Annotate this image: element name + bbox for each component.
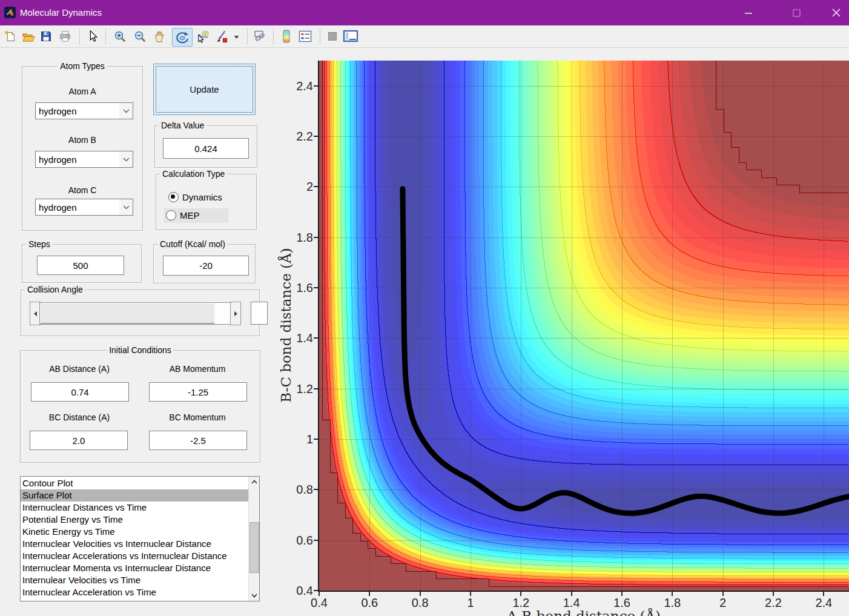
brush-dropdown-button[interactable] bbox=[233, 28, 240, 45]
brush-icon bbox=[215, 30, 229, 44]
minimize-button[interactable] bbox=[735, 0, 762, 25]
tick-mark bbox=[672, 592, 673, 596]
atom-b-dropdown[interactable]: hydrogen bbox=[35, 151, 133, 168]
plot-list-item[interactable]: Internuclear Acceleration vs Time bbox=[21, 586, 250, 598]
panel-title: Delta Value bbox=[159, 121, 206, 130]
window-title: Molecular Dynamics bbox=[20, 0, 102, 25]
x-tick: 1.8 bbox=[664, 596, 681, 610]
new-document-button[interactable] bbox=[2, 28, 19, 45]
y-tick: 2.2 bbox=[277, 130, 313, 144]
atom-a-dropdown[interactable]: hydrogen bbox=[35, 102, 133, 119]
tick-mark bbox=[314, 237, 318, 238]
maximize-button[interactable] bbox=[782, 0, 810, 25]
atom-c-label: Atom C bbox=[22, 185, 142, 195]
tick-mark bbox=[369, 592, 370, 596]
radio-unselected-icon[interactable] bbox=[166, 210, 176, 220]
collision-angle-slider[interactable] bbox=[30, 302, 240, 324]
slider-thumb[interactable] bbox=[39, 302, 216, 325]
pointer-tool-button[interactable] bbox=[84, 28, 101, 45]
collision-angle-panel: Collision Angle bbox=[21, 290, 260, 336]
link-chain-icon bbox=[253, 29, 267, 44]
tick-mark bbox=[314, 590, 318, 591]
panel-title: Steps bbox=[26, 239, 53, 249]
tick-mark bbox=[773, 592, 774, 596]
tick-mark bbox=[319, 592, 320, 596]
plot-list-item[interactable]: Internuclear Momenta vs Time bbox=[21, 598, 250, 601]
bc-distance-label: BC Distance (A) bbox=[31, 412, 128, 422]
link-plots-button[interactable] bbox=[251, 28, 268, 45]
zoom-in-button[interactable] bbox=[111, 28, 128, 45]
panel-title: Collision Angle bbox=[25, 285, 85, 294]
delta-value-field[interactable]: 0.424 bbox=[163, 138, 249, 159]
save-button[interactable] bbox=[38, 28, 55, 45]
bc-distance-field[interactable]: 2.0 bbox=[30, 431, 128, 450]
chevron-down-icon bbox=[234, 30, 239, 43]
plot-list-item[interactable]: Internuclear Accelerations vs Internucle… bbox=[21, 550, 250, 562]
insert-colorbar-button[interactable] bbox=[278, 28, 295, 45]
cutoff-panel: Cutoff (Kcal/ mol) -20 bbox=[153, 244, 256, 283]
ab-distance-field[interactable]: 0.74 bbox=[31, 382, 129, 402]
show-plot-tools-button[interactable] bbox=[342, 28, 359, 45]
ab-distance-label: AB Distance (A) bbox=[31, 364, 128, 374]
tick-mark bbox=[314, 186, 318, 187]
toolbar-separator bbox=[320, 28, 320, 44]
plot-list-item[interactable]: Contour Plot bbox=[21, 477, 250, 489]
cutoff-field[interactable]: -20 bbox=[163, 256, 249, 276]
ab-momentum-field[interactable]: -1.25 bbox=[149, 382, 247, 402]
tick-mark bbox=[314, 439, 318, 440]
chevron-down-icon[interactable] bbox=[119, 151, 133, 167]
hide-plot-tools-icon bbox=[326, 30, 339, 43]
atom-a-value: hydrogen bbox=[39, 103, 77, 119]
plot-list-item[interactable]: Internuclear Distances vs Time bbox=[21, 502, 250, 514]
open-file-button[interactable] bbox=[19, 28, 36, 45]
close-button[interactable] bbox=[823, 0, 849, 25]
scroll-down-button[interactable] bbox=[249, 591, 259, 601]
new-document-icon bbox=[4, 30, 17, 43]
y-tick: 0.4 bbox=[277, 584, 313, 598]
legend-icon bbox=[298, 29, 312, 44]
chevron-down-icon[interactable] bbox=[119, 199, 133, 215]
chevron-down-icon[interactable] bbox=[119, 103, 133, 119]
insert-legend-button[interactable] bbox=[297, 28, 314, 45]
toolbar-separator bbox=[273, 28, 274, 44]
slider-track[interactable] bbox=[214, 302, 231, 325]
x-tick: 0.4 bbox=[311, 596, 328, 610]
update-button[interactable]: Update bbox=[153, 64, 256, 115]
brush-data-button[interactable] bbox=[213, 28, 230, 45]
pes-contour-plot[interactable] bbox=[319, 61, 849, 591]
scroll-up-button[interactable] bbox=[249, 477, 259, 487]
data-cursor-button[interactable] bbox=[194, 28, 211, 45]
zoom-in-icon bbox=[113, 30, 127, 44]
atom-c-dropdown[interactable]: hydrogen bbox=[35, 199, 133, 216]
plot-list-item[interactable]: Internulear Velocities vs Time bbox=[21, 574, 250, 586]
title-bar[interactable]: Molecular Dynamics bbox=[0, 0, 849, 25]
initial-conditions-panel: Initial Conditions AB Distance (A) AB Mo… bbox=[20, 350, 260, 463]
zoom-out-button[interactable] bbox=[131, 28, 148, 45]
tick-mark bbox=[314, 85, 318, 87]
tick-mark bbox=[314, 337, 318, 339]
radio-mep[interactable]: MEP bbox=[164, 208, 228, 223]
plot-list-item[interactable]: Kinetic Energy vs Time bbox=[21, 526, 250, 538]
print-button[interactable] bbox=[56, 28, 73, 45]
toolbar-separator bbox=[247, 28, 248, 44]
plot-list-item-selected[interactable]: Surface Plot bbox=[21, 489, 250, 502]
collision-angle-field[interactable] bbox=[251, 302, 268, 325]
plot-list-item[interactable]: Potential Energy vs Time bbox=[21, 514, 250, 526]
scrollbar-thumb[interactable] bbox=[249, 522, 259, 573]
slider-right-arrow-button[interactable] bbox=[230, 302, 241, 325]
pan-tool-button[interactable] bbox=[151, 28, 168, 45]
rotate-3d-button[interactable] bbox=[172, 28, 193, 47]
show-plot-tools-icon bbox=[343, 29, 358, 44]
toolbar-separator bbox=[79, 28, 80, 44]
listbox-scrollbar[interactable] bbox=[248, 477, 259, 601]
y-tick: 1.8 bbox=[277, 231, 313, 245]
chevron-up-icon bbox=[251, 480, 257, 484]
bc-momentum-field[interactable]: -2.5 bbox=[149, 431, 247, 450]
steps-field[interactable]: 500 bbox=[37, 256, 124, 275]
x-tick: 2.2 bbox=[765, 596, 782, 610]
plot-list-item[interactable]: Internuclear Momenta vs Internuclear Dis… bbox=[21, 562, 250, 574]
plot-list-item[interactable]: Internuclear Velocities vs Internuclear … bbox=[21, 538, 250, 550]
hide-plot-tools-button[interactable] bbox=[324, 28, 341, 45]
tick-mark bbox=[722, 592, 724, 596]
radio-selected-icon[interactable] bbox=[168, 192, 179, 202]
